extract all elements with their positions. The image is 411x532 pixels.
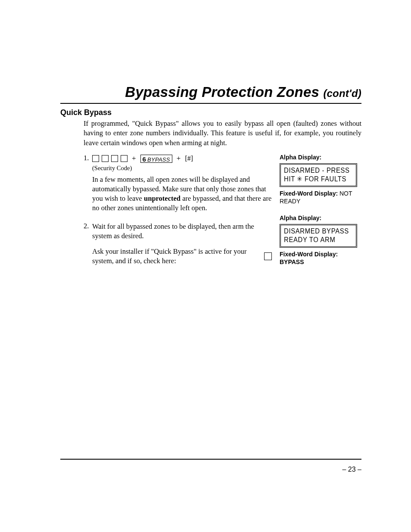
- step-2-text-a: Wait for all bypassed zones to be displa…: [92, 222, 272, 241]
- intro-paragraph: If programmed, "Quick Bypass" allows you…: [84, 119, 361, 148]
- page-title: Bypassing Protection Zones (cont'd): [125, 84, 361, 100]
- title-rule: [60, 103, 361, 104]
- section-heading: Quick Bypass: [60, 108, 361, 117]
- lcd-screen-1: DISARMED - PRESS HIT ✳ FOR FAULTS: [280, 163, 357, 187]
- pound-key: [#]: [185, 154, 193, 163]
- step-2: 2. Wait for all bypassed zones to be dis…: [84, 222, 272, 265]
- quick-bypass-checkbox[interactable]: [264, 252, 272, 260]
- key-sequence: + 6 BYPASS + [#]: [92, 154, 272, 163]
- fwd-label: Fixed-Word Display:: [280, 190, 338, 197]
- alpha-display-label: Alpha Display:: [280, 154, 361, 161]
- plus-sign: +: [132, 154, 136, 163]
- page: Bypassing Protection Zones (cont'd) Quic…: [0, 0, 411, 532]
- page-number: – 23 –: [342, 466, 361, 473]
- step-2-body: Wait for all bypassed zones to be displa…: [92, 222, 272, 265]
- bypass-key: 6 BYPASS: [140, 155, 172, 163]
- security-code-note: (Security Code): [92, 164, 272, 172]
- step-2-text-b-wrap: Ask your installer if "Quick Bypass" is …: [92, 247, 272, 266]
- fixed-word-display-2: Fixed-Word Display: BYPASS: [280, 250, 361, 266]
- security-code-digit: [121, 155, 128, 162]
- lcd-line: DISARMED BYPASS: [284, 227, 348, 236]
- lcd-line: HIT ✳ FOR FAULTS: [284, 175, 348, 184]
- security-code-digit: [92, 155, 99, 162]
- page-title-wrap: Bypassing Protection Zones (cont'd): [60, 84, 361, 100]
- step-2-number: 2.: [84, 222, 92, 265]
- display-block-1: Alpha Display: DISARMED - PRESS HIT ✳ FO…: [280, 154, 361, 205]
- step-2-text-b: Ask your installer if "Quick Bypass" is …: [92, 247, 262, 266]
- content-columns: 1. + 6 BYPASS + [#]: [60, 154, 361, 276]
- alpha-display-label: Alpha Display:: [280, 215, 361, 221]
- plus-sign: +: [177, 154, 181, 163]
- steps-column: 1. + 6 BYPASS + [#]: [84, 154, 272, 276]
- footer-rule: [60, 459, 361, 460]
- security-code-digit: [102, 155, 109, 162]
- key-label: BYPASS: [147, 156, 170, 163]
- lcd-line: READY TO ARM: [284, 236, 348, 244]
- fixed-word-display-1: Fixed-Word Display: NOT READY: [280, 190, 361, 205]
- title-main: Bypassing Protection Zones: [125, 84, 319, 100]
- lcd-screen-2: DISARMED BYPASS READY TO ARM: [280, 224, 357, 248]
- key-number: 6: [143, 155, 146, 164]
- step-1-body: + 6 BYPASS + [#] (Security Code) In a fe…: [92, 154, 272, 213]
- step-1: 1. + 6 BYPASS + [#]: [84, 154, 272, 213]
- lcd-line: DISARMED - PRESS: [284, 166, 348, 175]
- fwd-value: BYPASS: [280, 258, 304, 265]
- security-code-digit: [111, 155, 118, 162]
- display-block-2: Alpha Display: DISARMED BYPASS READY TO …: [280, 215, 361, 266]
- step-1-text: In a few moments, all open zones will be…: [92, 175, 272, 212]
- step-1-number: 1.: [84, 154, 92, 213]
- fwd-label: Fixed-Word Display:: [280, 251, 338, 258]
- step-1-text-bold: unprotected: [144, 194, 181, 202]
- title-contd: (cont'd): [323, 87, 361, 99]
- display-column: Alpha Display: DISARMED - PRESS HIT ✳ FO…: [280, 154, 361, 276]
